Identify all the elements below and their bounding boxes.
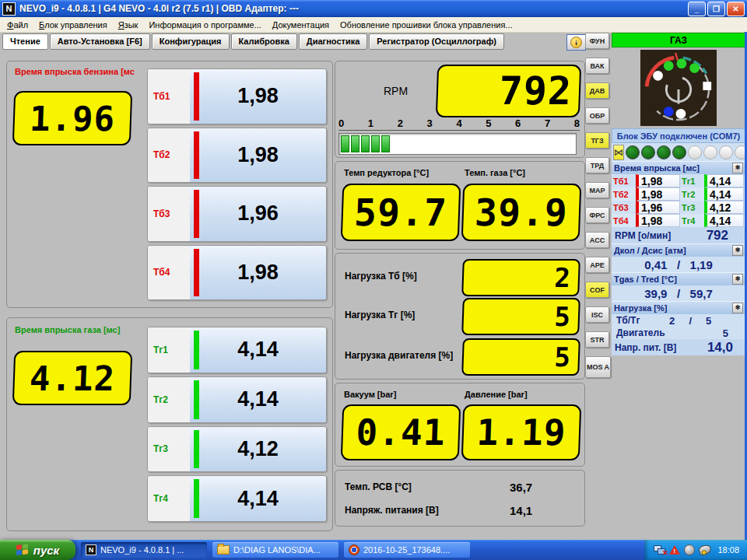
gas-valve-button[interactable]: ⋈	[613, 145, 624, 160]
side-button-isc[interactable]: ISC	[585, 306, 609, 323]
petrol-injector-label: Тб4	[613, 216, 634, 226]
popout-icon[interactable]: ✱	[732, 303, 743, 313]
system-tray: ✕ ! 18:08	[644, 540, 747, 560]
connection-status: Блок ЭБУ подключен (COM7)	[612, 128, 745, 143]
gas-temp-label: Темп. газа [°С]	[465, 168, 525, 177]
popout-icon[interactable]: ✱	[732, 274, 743, 285]
menu-docs[interactable]: Документация	[267, 19, 335, 31]
side-button-trd[interactable]: ТРД	[585, 157, 609, 173]
rpm-lcd-display: 792	[436, 65, 581, 117]
status-voltage-band: Напр. пит. [В] 14,0	[612, 339, 745, 355]
side-button-fun[interactable]: ФУН	[585, 33, 609, 49]
network-offline-icon[interactable]: ✕	[654, 545, 665, 555]
status-injection-row: Тб3 1,96 Тг3 4,12	[612, 201, 745, 214]
start-button-label: пуск	[33, 544, 59, 557]
tab-recorder[interactable]: Регистратор (Осциллограф)	[369, 33, 504, 50]
menu-language[interactable]: Язык	[113, 19, 144, 31]
vacuum-lcd: 0.41	[341, 404, 461, 460]
petrol-injector-rows: Тб1 1,98 Тб2 1,98 Тб3 1,96 Тб4 1,98	[147, 68, 327, 300]
loads-panel: Нагрузка Тб [%] 2 Нагрузка Тг [%] 5 Нагр…	[335, 253, 585, 380]
injector-value: 1,98	[190, 69, 326, 124]
side-button-obr[interactable]: ОБР	[585, 107, 609, 124]
status-rpm-band: RPM [о/мин] 792	[612, 227, 745, 243]
tray-utility-icon[interactable]	[684, 544, 695, 555]
load-tb-tg-value: 2 / 5	[640, 315, 741, 327]
tab-calibration[interactable]: Калибровка	[231, 33, 297, 50]
injector-value: 4,14	[190, 476, 326, 521]
injector-row: Тг4 4,14	[147, 475, 327, 522]
injection-times-header: Время впрыска [мс] ✱	[612, 161, 745, 174]
gas-panel-title: Время впрыска газа [мс]	[15, 325, 120, 334]
close-button[interactable]: ✕	[727, 2, 745, 16]
gas-injector-value: 4,14	[704, 174, 744, 187]
status-load-row: Двигатель 5	[612, 327, 745, 339]
injector-indicator-off	[688, 145, 702, 159]
load-row: Нагрузка двигателя [%] 5	[335, 338, 584, 373]
status-temp-label: Tgas / Tred [°С]	[614, 275, 677, 284]
injector-row: Тб4 1,98	[147, 245, 327, 301]
temperatures-panel: Темп редуктора [°С] Темп. газа [°С] 59.7…	[335, 161, 585, 250]
status-rpm-value: 792	[707, 228, 742, 243]
injector-label: Тг1	[148, 327, 190, 373]
load-tb-tg-label: Тб/Тг	[616, 315, 640, 326]
folder-icon	[217, 545, 230, 555]
rpm-panel: RPM 792 0 1 2 3 4 5 6 7 8	[335, 61, 585, 158]
injector-value-text: 4,14	[237, 487, 279, 511]
menu-file[interactable]: Файл	[2, 19, 33, 31]
tab-autosetup[interactable]: Авто-Установка [F6]	[50, 33, 150, 50]
minimize-button[interactable]: _	[688, 2, 706, 16]
taskbar-window-label: D:\DIAG LANOS\DIA...	[233, 545, 321, 555]
load-lcd: 5	[461, 298, 580, 335]
injector-label: Тг3	[148, 427, 190, 472]
side-button-frs[interactable]: ФРС	[585, 207, 609, 223]
side-button-are[interactable]: АРЕ	[585, 257, 609, 273]
injector-indicator-on	[672, 145, 686, 159]
status-pressure-label: Дкол / Дсис [атм]	[614, 246, 686, 255]
side-button-tgz[interactable]: ТГЗ	[585, 132, 609, 149]
status-voltage-label: Напр. пит. [В]	[615, 342, 676, 353]
tab-reading[interactable]: Чтение	[2, 33, 48, 50]
petrol-injector-label: Тб3	[613, 203, 634, 212]
popout-icon[interactable]: ✱	[732, 163, 743, 173]
taskbar: пуск N NEVO_i9 - 4.0.8.1 | ... D:\DIAG L…	[0, 540, 747, 560]
taskbar-window-explorer[interactable]: D:\DIAG LANOS\DIA...	[212, 542, 338, 558]
side-button-dav[interactable]: ДАВ	[585, 82, 609, 99]
menu-firmware-update[interactable]: Обновление прошивки блока управления...	[335, 19, 517, 31]
side-button-cof[interactable]: COF	[585, 282, 609, 298]
injector-indicator-on	[657, 145, 671, 159]
injector-value-text: 4,14	[237, 338, 279, 362]
injector-row: Тг3 4,12	[147, 426, 327, 473]
menu-about[interactable]: Информация о программе...	[143, 19, 266, 31]
touchpad-icon[interactable]	[698, 544, 712, 556]
side-button-vak[interactable]: ВАК	[585, 58, 609, 74]
menu-ecu[interactable]: Блок управления	[33, 19, 113, 31]
gas-injector-label: Тг4	[682, 216, 703, 226]
injector-row: Тб1 1,98	[147, 68, 327, 124]
fuel-mode-indicator[interactable]: ГАЗ	[612, 33, 745, 47]
side-button-mos-a[interactable]: MOS A	[585, 356, 611, 378]
gas-injector-rows: Тг1 4,14 Тг2 4,14 Тг3 4,12 Тг4 4,14	[147, 327, 327, 522]
tab-diagnostics[interactable]: Диагностика	[299, 33, 367, 50]
taskbar-window-nevo[interactable]: N NEVO_i9 - 4.0.8.1 | ...	[81, 542, 207, 558]
warning-icon[interactable]: !	[669, 545, 680, 555]
injector-indicator-on	[626, 145, 640, 159]
pcb-temp-value: 36,7	[510, 481, 532, 494]
side-button-acc[interactable]: АСС	[585, 232, 609, 248]
info-button[interactable]: i	[566, 34, 586, 51]
petrol-injector-label: Тб1	[613, 177, 634, 186]
popout-icon[interactable]: ✱	[732, 245, 743, 256]
scale-tick-label: 0	[338, 117, 344, 129]
level-bar	[194, 430, 199, 469]
status-injection-row: Тб4 1,98 Тг4 4,14	[612, 214, 745, 227]
side-button-str[interactable]: STR	[585, 331, 609, 348]
scale-tick-label: 6	[515, 117, 521, 129]
taskbar-window-recording[interactable]: 2016-10-25_173648....	[344, 542, 470, 558]
tab-configuration[interactable]: Конфигурация	[152, 33, 230, 50]
gas-injector-label: Тг2	[682, 190, 703, 199]
status-temp-value: 39,9 / 59,7	[612, 285, 745, 301]
status-injection-row: Тб2 1,98 Тг2 4,14	[612, 187, 745, 201]
restore-button[interactable]: ❐	[707, 2, 725, 16]
nevo-app-icon: N	[86, 544, 96, 555]
side-button-mar[interactable]: МАР	[585, 182, 609, 198]
start-button[interactable]: пуск	[0, 540, 75, 560]
